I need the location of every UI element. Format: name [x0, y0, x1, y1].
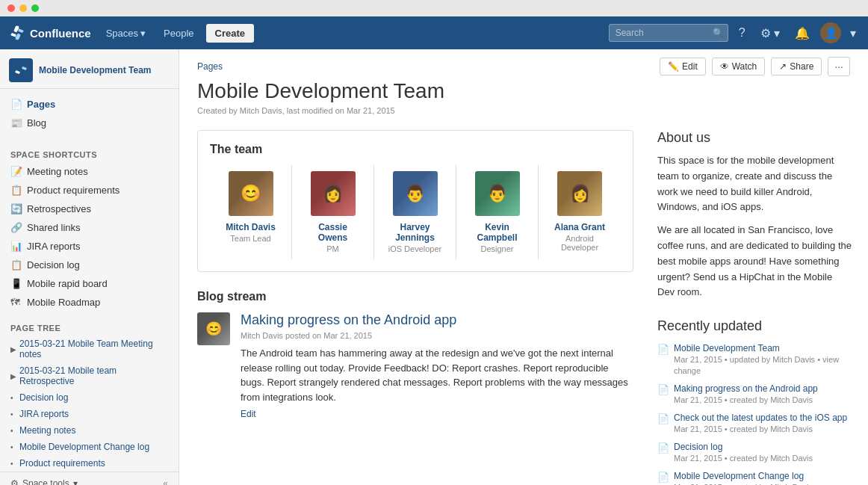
sidebar-item-product-requirements[interactable]: 📋 Product requirements — [0, 181, 179, 200]
space-name[interactable]: Mobile Development Team — [39, 65, 151, 75]
gear-icon: ⚙ — [760, 27, 771, 40]
two-column-layout: The team 😊 Mitch Davis Team Lead — [197, 130, 850, 485]
sidebar-item-blog[interactable]: 📰 Blog — [0, 114, 179, 132]
member-role-cassie: PM — [326, 244, 339, 253]
share-button[interactable]: ↗ Share — [771, 58, 822, 75]
recent-item-0: 📄 Mobile Development Team Mar 21, 2015 •… — [657, 343, 852, 376]
recent-item-link-4[interactable]: Mobile Development Change log — [674, 471, 813, 481]
recent-item-meta-2: Mar 21, 2015 • created by Mitch Davis — [674, 424, 813, 433]
edit-icon: ✏️ — [668, 61, 679, 72]
sidebar: Mobile Development Team 📄 Pages 📰 Blog S… — [0, 49, 179, 485]
notifications-button[interactable]: 🔔 — [790, 23, 814, 43]
blog-post-meta: Mitch Davis posted on Mar 21, 2015 — [241, 331, 633, 340]
space-tools-chevron-icon: ▾ — [73, 478, 78, 485]
avatar-cassie: 👩 — [311, 171, 356, 216]
avatar-kevin: 👨 — [475, 171, 520, 216]
sidebar-item-shared-links[interactable]: 🔗 Shared links — [0, 218, 179, 237]
close-button[interactable] — [7, 4, 15, 12]
member-name-cassie[interactable]: Cassie Owens — [304, 222, 362, 243]
breadcrumb[interactable]: Pages — [197, 61, 223, 72]
maximize-button[interactable] — [31, 4, 39, 12]
sidebar-item-jira-reports[interactable]: 📊 JIRA reports — [0, 237, 179, 256]
settings-chevron-icon: ▾ — [774, 27, 780, 40]
recent-item-2: 📄 Check out the latest updates to the iO… — [657, 413, 852, 434]
spaces-menu-button[interactable]: Spaces ▾ — [100, 25, 152, 42]
blog-post-body: The Android team has hammering away at t… — [241, 346, 633, 404]
about-section: About us This space is for the mobile de… — [657, 130, 852, 300]
recent-item-link-0[interactable]: Mobile Development Team — [674, 343, 852, 353]
member-role-kevin: Designer — [480, 244, 513, 253]
sidebar-item-decision-log[interactable]: 📋 Decision log — [0, 256, 179, 274]
about-text-1: This space is for the mobile development… — [657, 153, 852, 215]
search-input[interactable] — [609, 24, 728, 42]
search-wrapper: 🔍 — [609, 24, 728, 42]
blog-post-title[interactable]: Making progress on the Android app — [241, 312, 633, 328]
sidebar-item-retrospectives[interactable]: 🔄 Retrospectives — [0, 200, 179, 218]
page-tree-item-jira-reports[interactable]: • JIRA reports — [0, 406, 179, 422]
space-tools-button[interactable]: ⚙ Space tools ▾ — [10, 478, 78, 485]
settings-button[interactable]: ⚙ ▾ — [756, 23, 784, 43]
space-logo-icon — [13, 63, 28, 78]
notifications-icon: 🔔 — [795, 27, 810, 40]
avatar-alana: 👩 — [557, 171, 602, 216]
page-tree-list: ▶ 2015-03-21 Mobile Team Meeting notes ▶… — [0, 336, 179, 472]
more-actions-button[interactable]: ··· — [828, 57, 850, 76]
recent-item-link-2[interactable]: Check out the latest updates to the iOS … — [674, 413, 847, 423]
watch-button[interactable]: 👁 Watch — [712, 58, 766, 75]
page-icon: 📄 — [657, 472, 669, 483]
sidebar-item-meeting-notes[interactable]: 📝 Meeting notes — [0, 162, 179, 181]
member-name-harvey[interactable]: Harvey Jennings — [386, 222, 444, 243]
blog-section: Blog stream 😊 Making progress on the And… — [197, 290, 633, 419]
page-tree-item-retrospective-2015[interactable]: ▶ 2015-03-21 Mobile team Retrospective — [0, 362, 179, 389]
decision-log-icon: 📋 — [10, 259, 22, 271]
bullet-icon: • — [10, 394, 16, 402]
team-member-alana: 👩 Alana Grant Android Developer — [539, 165, 621, 259]
sidebar-collapse-button[interactable]: « — [163, 478, 168, 485]
page-tree-section-title: PAGE TREE — [0, 318, 179, 336]
bullet-icon: • — [10, 410, 16, 418]
main-column: The team 😊 Mitch Davis Team Lead — [197, 130, 633, 485]
recently-updated-section: Recently updated 📄 Mobile Development Te… — [657, 318, 852, 485]
recent-item-link-3[interactable]: Decision log — [674, 442, 813, 452]
bullet-icon: • — [10, 460, 16, 468]
member-name-alana[interactable]: Alana Grant — [554, 222, 605, 232]
window-chrome — [0, 0, 868, 16]
page-meta: Created by Mitch Davis, last modified on… — [197, 106, 850, 115]
edit-button[interactable]: ✏️ Edit — [660, 58, 706, 75]
sidebar-item-mobile-rapid-board[interactable]: 📱 Mobile rapid board — [0, 274, 179, 293]
page-icon: 📄 — [657, 442, 669, 454]
member-name-mitch[interactable]: Mitch Davis — [226, 222, 276, 232]
help-button[interactable]: ? — [734, 23, 750, 43]
avatar-button[interactable]: 👤 — [820, 22, 841, 43]
main-layout: Mobile Development Team 📄 Pages 📰 Blog S… — [0, 49, 868, 485]
share-icon: ↗ — [779, 61, 787, 72]
minimize-button[interactable] — [19, 4, 27, 12]
page-tree-item-meeting-notes-2015[interactable]: ▶ 2015-03-21 Mobile Team Meeting notes — [0, 336, 179, 362]
page-title: Mobile Development Team — [197, 79, 850, 103]
page-tree-item-change-log[interactable]: • Mobile Development Change log — [0, 439, 179, 455]
side-column: About us This space is for the mobile de… — [657, 130, 852, 485]
top-navigation: Confluence Spaces ▾ People Create 🔍 ? ⚙ … — [0, 16, 868, 49]
confluence-logo[interactable]: Confluence — [9, 25, 91, 41]
meeting-notes-icon: 📝 — [10, 166, 22, 177]
people-button[interactable]: People — [158, 25, 199, 42]
user-menu-chevron[interactable]: ▾ — [847, 26, 859, 40]
team-section-title: The team — [210, 143, 621, 156]
avatar-harvey: 👨 — [393, 171, 438, 216]
page-content: Mobile Development Team Created by Mitch… — [179, 79, 868, 485]
logo-text: Confluence — [30, 27, 91, 40]
team-member-kevin: 👨 Kevin Campbell Designer — [456, 165, 539, 259]
confluence-logo-icon — [9, 25, 25, 41]
member-name-kevin[interactable]: Kevin Campbell — [468, 222, 526, 243]
space-icon — [9, 58, 33, 82]
create-button[interactable]: Create — [206, 24, 254, 43]
page-tree-item-decision-log[interactable]: • Decision log — [0, 389, 179, 406]
page-tree-item-product-requirements[interactable]: • Product requirements — [0, 455, 179, 472]
recent-item-link-1[interactable]: Making progress on the Android app — [674, 383, 818, 394]
page-tree-item-meeting-notes[interactable]: • Meeting notes — [0, 422, 179, 439]
sidebar-item-mobile-roadmap[interactable]: 🗺 Mobile Roadmap — [0, 293, 179, 312]
page-icon: 📄 — [657, 413, 669, 424]
blog-edit-link[interactable]: Edit — [241, 409, 256, 419]
content-area: Pages ✏️ Edit 👁 Watch ↗ Share ··· — [179, 49, 868, 485]
sidebar-item-pages[interactable]: 📄 Pages — [0, 95, 179, 114]
